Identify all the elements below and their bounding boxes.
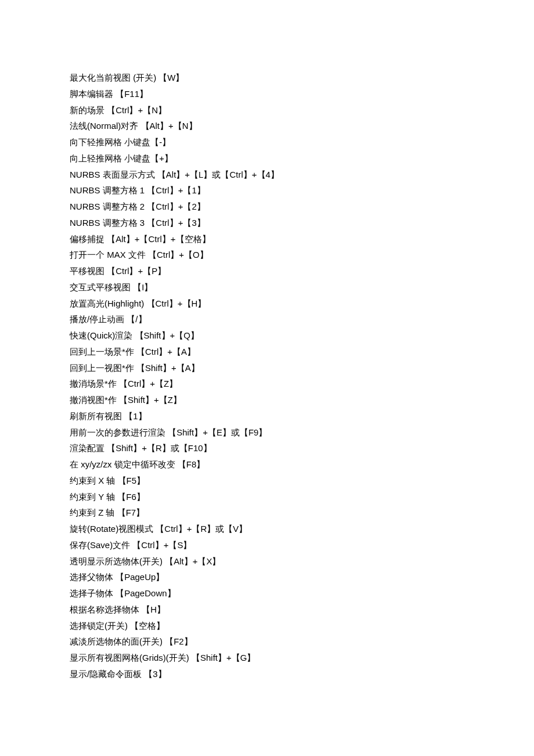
shortcut-line: 保存(Save)文件 【Ctrl】+【S】 [70, 537, 464, 553]
shortcut-line: 偏移捕捉 【Alt】+【Ctrl】+【空格】 [70, 231, 464, 247]
shortcut-key: 【Alt】+【N】 [141, 121, 197, 131]
shortcut-desc: 显示/隐藏命令面板 [70, 669, 144, 679]
shortcut-desc: 刷新所有视图 [70, 411, 124, 421]
shortcut-key: 小键盘【+】 [124, 153, 173, 163]
shortcut-key: 【Shift】+【E】或【F9】 [168, 427, 267, 437]
shortcut-line: 用前一次的参数进行渲染 【Shift】+【E】或【F9】 [70, 424, 464, 441]
shortcut-desc: 打开一个 MAX 文件 [70, 250, 148, 260]
shortcut-desc: 选择父物体 [70, 572, 116, 582]
shortcut-line: 播放/停止动画 【/】 [70, 311, 464, 327]
shortcut-desc: 播放/停止动画 [70, 314, 127, 324]
shortcut-line: NURBS 表面显示方式 【Alt】+【L】或【Ctrl】+【4】 [70, 167, 464, 183]
shortcut-line: 在 xy/yz/zx 锁定中循环改变 【F8】 [70, 456, 464, 473]
shortcut-line: 快速(Quick)渲染 【Shift】+【Q】 [70, 327, 464, 344]
shortcut-desc: 选择锁定(开关) [70, 621, 130, 631]
shortcut-desc: 最大化当前视图 (开关) [70, 73, 158, 82]
shortcut-key: 【Ctrl】+【R】或【V】 [156, 524, 247, 534]
shortcut-key: 【Ctrl】+【3】 [147, 218, 205, 228]
shortcut-key: 【空格】 [130, 621, 165, 631]
shortcut-line: 约束到 Y 轴 【F6】 [70, 489, 464, 505]
shortcut-key: 【Ctrl】+【H】 [147, 298, 207, 308]
shortcut-line: 新的场景 【Ctrl】+【N】 [70, 102, 464, 118]
shortcut-line: 最大化当前视图 (开关) 【W】 [70, 70, 464, 86]
shortcut-line: NURBS 调整方格 3 【Ctrl】+【3】 [70, 215, 464, 231]
shortcut-key: 【W】 [158, 73, 184, 82]
shortcut-key: 【PageUp】 [116, 572, 164, 582]
shortcut-key: 【Ctrl】+【1】 [147, 185, 205, 195]
shortcut-line: 透明显示所选物体(开关) 【Alt】+【X】 [70, 553, 464, 570]
shortcut-key: 【Ctrl】+【2】 [147, 201, 205, 211]
shortcut-line: 平移视图 【Ctrl】+【P】 [70, 263, 464, 279]
shortcut-key: 【Shift】+【A】 [136, 363, 200, 373]
shortcut-desc: NURBS 调整方格 2 [70, 201, 147, 211]
shortcut-line: NURBS 调整方格 1 【Ctrl】+【1】 [70, 182, 464, 199]
shortcut-key: 【F2】 [165, 636, 193, 646]
shortcut-line: 显示/隐藏命令面板 【3】 [70, 666, 464, 682]
shortcut-desc: 法线(Normal)对齐 [70, 121, 141, 131]
shortcut-key: 【F5】 [118, 476, 146, 485]
shortcut-key: 【F7】 [117, 507, 145, 517]
shortcut-desc: 快速(Quick)渲染 [70, 330, 135, 340]
shortcut-desc: 在 xy/yz/zx 锁定中循环改变 [70, 459, 178, 469]
shortcut-desc: 交互式平移视图 [70, 282, 133, 292]
shortcut-key: 【Shift】+【Q】 [135, 330, 199, 340]
shortcut-line: 显示所有视图网格(Grids)(开关) 【Shift】+【G】 [70, 650, 464, 666]
shortcut-key: 【I】 [133, 282, 153, 292]
shortcut-line: 减淡所选物体的面(开关) 【F2】 [70, 633, 464, 650]
shortcut-desc: NURBS 调整方格 3 [70, 218, 147, 228]
shortcut-key: 【Ctrl】+【Z】 [119, 379, 178, 388]
shortcut-key: 【Shift】+【R】或【F10】 [107, 443, 211, 453]
shortcut-line: 渲染配置 【Shift】+【R】或【F10】 [70, 440, 464, 456]
shortcut-key: 【Ctrl】+【P】 [107, 266, 166, 276]
shortcut-desc: 约束到 X 轴 [70, 476, 118, 485]
shortcut-desc: 平移视图 [70, 266, 107, 276]
shortcut-desc: 约束到 Y 轴 [70, 492, 117, 502]
shortcut-line: 选择父物体 【PageUp】 [70, 569, 464, 585]
shortcut-desc: 放置高光(Highlight) [70, 298, 147, 308]
shortcut-key: 【H】 [142, 604, 165, 614]
shortcut-key: 【Alt】+【L】或【Ctrl】+【4】 [157, 170, 279, 179]
shortcut-line: 打开一个 MAX 文件 【Ctrl】+【O】 [70, 247, 464, 263]
shortcut-desc: 保存(Save)文件 [70, 540, 132, 550]
shortcut-line: 撤消场景*作 【Ctrl】+【Z】 [70, 376, 464, 392]
shortcut-desc: 向上轻推网格 [70, 153, 124, 163]
shortcut-desc: 回到上一场景*作 [70, 347, 136, 357]
shortcut-key: 【Ctrl】+【O】 [148, 250, 208, 260]
shortcut-key: 小键盘【-】 [124, 137, 171, 147]
shortcut-desc: 撤消视图*作 [70, 395, 119, 405]
shortcut-line: 刷新所有视图 【1】 [70, 408, 464, 424]
shortcut-key: 【Alt】+【X】 [165, 556, 221, 566]
shortcut-desc: NURBS 调整方格 1 [70, 185, 147, 195]
shortcut-key: 【PageDown】 [116, 588, 175, 598]
shortcut-desc: 根据名称选择物体 [70, 604, 142, 614]
document-page: 最大化当前视图 (开关) 【W】脚本编辑器 【F11】新的场景 【Ctrl】+【… [0, 0, 534, 756]
shortcut-line: 交互式平移视图 【I】 [70, 279, 464, 296]
shortcut-line: 撤消视图*作 【Shift】+【Z】 [70, 392, 464, 408]
shortcut-key: 【F11】 [116, 89, 148, 99]
shortcut-key: 【1】 [124, 411, 146, 421]
shortcut-key: 【F8】 [178, 459, 205, 469]
shortcut-desc: 透明显示所选物体(开关) [70, 556, 165, 566]
shortcut-key: 【Ctrl】+【S】 [132, 540, 192, 550]
shortcut-key: 【Shift】+【Z】 [119, 395, 182, 405]
shortcut-line: 法线(Normal)对齐 【Alt】+【N】 [70, 118, 464, 134]
shortcut-desc: 选择子物体 [70, 588, 116, 598]
shortcut-line: 旋转(Rotate)视图模式 【Ctrl】+【R】或【V】 [70, 521, 464, 537]
shortcut-desc: 约束到 Z 轴 [70, 507, 117, 517]
shortcut-key: 【Ctrl】+【N】 [107, 105, 167, 115]
shortcut-line: 约束到 Z 轴 【F7】 [70, 505, 464, 521]
shortcut-line: 向上轻推网格 小键盘【+】 [70, 150, 464, 167]
shortcut-key: 【F6】 [117, 492, 145, 502]
shortcut-desc: 脚本编辑器 [70, 89, 116, 99]
shortcut-desc: 撤消场景*作 [70, 379, 119, 388]
shortcut-line: 向下轻推网格 小键盘【-】 [70, 134, 464, 150]
shortcut-line: 回到上一场景*作 【Ctrl】+【A】 [70, 344, 464, 360]
shortcut-desc: 旋转(Rotate)视图模式 [70, 524, 156, 534]
shortcut-desc: 减淡所选物体的面(开关) [70, 636, 165, 646]
shortcut-key: 【Shift】+【G】 [192, 653, 255, 663]
shortcut-list: 最大化当前视图 (开关) 【W】脚本编辑器 【F11】新的场景 【Ctrl】+【… [70, 70, 464, 682]
shortcut-desc: 向下轻推网格 [70, 137, 124, 147]
shortcut-key: 【/】 [127, 314, 146, 324]
shortcut-desc: 回到上一视图*作 [70, 363, 136, 373]
shortcut-desc: NURBS 表面显示方式 [70, 170, 157, 179]
